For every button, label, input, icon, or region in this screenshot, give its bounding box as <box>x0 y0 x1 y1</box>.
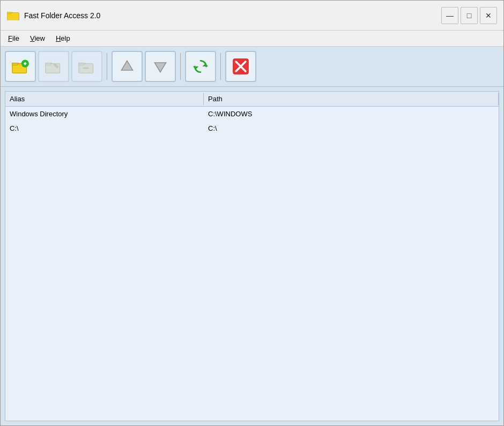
alias-cell: C:\ <box>5 123 204 133</box>
app-icon <box>7 10 20 21</box>
menu-bar: File View Help <box>1 31 503 47</box>
move-down-button[interactable] <box>145 51 176 82</box>
table-row[interactable]: C:\ C:\ <box>5 121 499 136</box>
add-folder-button[interactable] <box>5 51 36 82</box>
separator-3 <box>220 53 221 80</box>
maximize-button[interactable]: □ <box>461 7 478 24</box>
path-cell: C:\WINDOWS <box>204 109 499 119</box>
svg-marker-4 <box>12 63 19 65</box>
remove-folder-button[interactable] <box>71 51 102 82</box>
separator-1 <box>107 53 107 80</box>
alias-cell: Windows Directory <box>5 109 204 119</box>
edit-folder-button[interactable] <box>38 51 69 82</box>
column-header-path: Path <box>204 93 499 105</box>
move-up-button[interactable] <box>112 51 143 82</box>
main-window: Fast Folder Access 2.0 — □ ✕ File View H… <box>0 0 504 426</box>
table-body: Windows Directory C:\WINDOWS C:\ C:\ <box>5 107 499 421</box>
menu-help[interactable]: Help <box>50 32 76 44</box>
toolbar <box>1 47 503 87</box>
minimize-button[interactable]: — <box>441 7 458 24</box>
separator-2 <box>180 53 181 80</box>
svg-rect-7 <box>25 62 26 65</box>
table-row[interactable]: Windows Directory C:\WINDOWS <box>5 107 499 121</box>
menu-file[interactable]: File <box>3 32 25 44</box>
path-cell: C:\ <box>204 123 499 133</box>
svg-marker-12 <box>79 63 85 65</box>
svg-marker-2 <box>7 12 12 13</box>
menu-view[interactable]: View <box>25 32 50 44</box>
folder-table: Alias Path Windows Directory C:\WINDOWS … <box>5 91 499 421</box>
window-title: Fast Folder Access 2.0 <box>24 11 441 20</box>
svg-marker-17 <box>193 66 199 69</box>
delete-button[interactable] <box>225 51 256 82</box>
title-bar: Fast Folder Access 2.0 — □ ✕ <box>1 1 503 31</box>
svg-marker-15 <box>154 63 166 72</box>
close-button[interactable]: ✕ <box>480 7 497 24</box>
svg-rect-13 <box>83 68 89 69</box>
svg-marker-9 <box>46 63 52 65</box>
svg-marker-16 <box>203 64 209 66</box>
window-controls: — □ ✕ <box>441 7 497 24</box>
column-header-alias: Alias <box>5 93 204 105</box>
svg-marker-14 <box>121 61 132 70</box>
table-header: Alias Path <box>5 92 499 107</box>
refresh-button[interactable] <box>185 51 216 82</box>
